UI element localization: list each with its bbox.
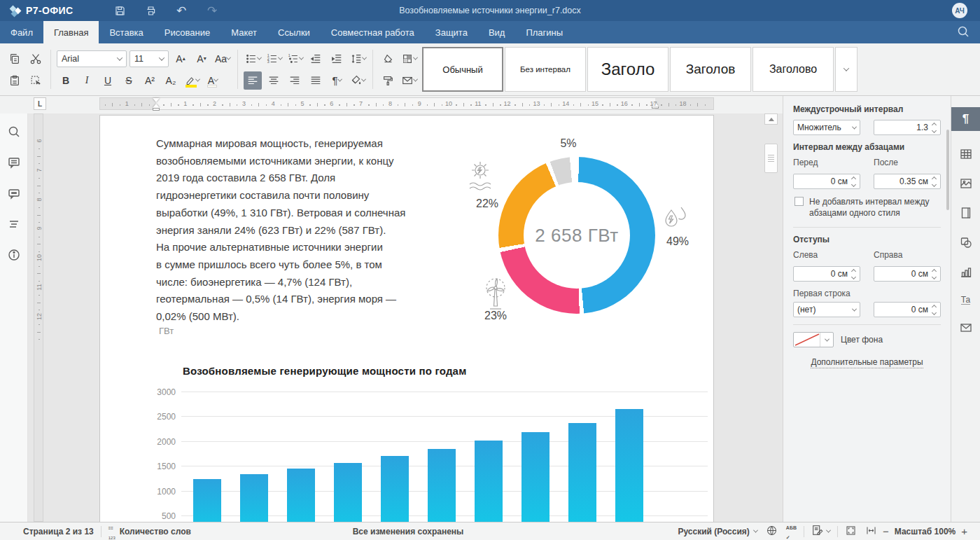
font-size-select[interactable]: 11	[130, 50, 169, 67]
line-spacing-type-select[interactable]: Множитель	[793, 120, 860, 135]
headings-navigation-icon[interactable]	[7, 217, 21, 231]
document-language-icon[interactable]	[766, 525, 778, 539]
style-card-1[interactable]: Без интервал	[505, 47, 586, 92]
first-line-indent-marker[interactable]	[153, 98, 160, 102]
zoom-in-button[interactable]: +	[955, 525, 973, 537]
multilevel-list-button[interactable]: 1	[286, 50, 304, 68]
justify-button[interactable]	[307, 71, 325, 90]
fit-width-icon[interactable]	[865, 525, 877, 539]
copy-button[interactable]	[6, 50, 24, 68]
search-icon[interactable]	[956, 25, 972, 40]
fit-page-icon[interactable]	[845, 525, 857, 539]
subscript-button[interactable]: A₂	[162, 71, 180, 90]
advanced-settings-link[interactable]: Дополнительные параметры	[793, 357, 941, 367]
italic-button[interactable]: I	[78, 71, 96, 90]
scrollbar-thumb[interactable]	[764, 144, 778, 173]
increase-indent-button[interactable]	[328, 50, 346, 68]
spacing-after-spinner[interactable]: 0.35 см	[874, 174, 941, 189]
strikeout-button[interactable]: S	[120, 71, 138, 90]
image-settings-icon[interactable]	[951, 172, 980, 195]
tab-8[interactable]: Вид	[478, 21, 516, 43]
underline-button[interactable]: U	[99, 71, 117, 90]
left-indent-box-marker[interactable]	[153, 108, 160, 111]
tab-1[interactable]: Главная	[43, 21, 99, 43]
highlight-color-button[interactable]	[183, 71, 201, 90]
tab-2[interactable]: Вставка	[99, 21, 153, 43]
panel-scrollbar-thumb[interactable]	[946, 130, 949, 210]
bold-button[interactable]: B	[57, 71, 75, 90]
spacing-before-spinner[interactable]: 0 см	[793, 174, 860, 189]
style-card-0[interactable]: Обычный	[422, 47, 503, 92]
line-spacing-button[interactable]	[349, 50, 367, 68]
avatar[interactable]: АЧ	[952, 3, 967, 18]
textart-settings-icon[interactable]: Та	[951, 288, 980, 312]
align-right-button[interactable]	[286, 71, 304, 90]
bullet-list-button[interactable]	[244, 50, 262, 68]
word-count-button[interactable]: ≡≡123 Количество слов	[108, 522, 191, 540]
mailmerge-button[interactable]	[400, 71, 418, 90]
comments-icon[interactable]	[7, 155, 21, 169]
table-shading-button[interactable]	[400, 50, 418, 68]
font-name-select[interactable]: Arial	[57, 50, 127, 67]
style-card-3[interactable]: Заголов	[670, 47, 751, 92]
chat-icon[interactable]	[7, 186, 21, 200]
style-card-4[interactable]: Заголово	[752, 47, 834, 92]
first-line-type-select[interactable]: (нет)	[793, 302, 860, 317]
paragraph-shading-button[interactable]	[349, 71, 367, 90]
indent-left-spinner[interactable]: 0 см	[793, 266, 860, 282]
document-scrollbar[interactable]	[764, 113, 778, 522]
vertical-ruler[interactable]: 6789101112	[34, 113, 43, 522]
clear-style-button[interactable]	[379, 50, 397, 68]
indent-right-spinner[interactable]: 0 см	[874, 266, 941, 282]
save-icon[interactable]	[112, 3, 127, 18]
tab-4[interactable]: Макет	[220, 21, 267, 43]
increase-font-button[interactable]: A▴	[172, 50, 190, 68]
horizontal-ruler[interactable]: 1234567891011121314151617181	[99, 97, 714, 110]
decrease-indent-button[interactable]	[307, 50, 325, 68]
paste-button[interactable]	[6, 71, 24, 90]
align-left-button[interactable]	[244, 71, 262, 90]
tab-5[interactable]: Ссылки	[267, 21, 321, 43]
decrease-font-button[interactable]: A▾	[192, 50, 211, 68]
tab-6[interactable]: Совместная работа	[321, 21, 425, 43]
scroll-up-button[interactable]	[764, 113, 778, 125]
copy-style-button[interactable]	[379, 71, 397, 90]
spellcheck-icon[interactable]: АБВ✓	[786, 522, 797, 540]
redo-icon[interactable]: ↷	[204, 3, 220, 18]
find-icon[interactable]	[7, 125, 21, 139]
line-spacing-value-spinner[interactable]: 1.3	[874, 120, 941, 135]
print-icon[interactable]	[143, 3, 158, 18]
numbered-list-button[interactable]: 123	[265, 50, 283, 68]
cut-icon[interactable]	[27, 50, 45, 68]
undo-icon[interactable]: ↶	[174, 3, 189, 18]
tab-9[interactable]: Плагины	[515, 21, 573, 43]
nonprinting-chars-button[interactable]: ¶	[328, 71, 346, 90]
chart-settings-icon[interactable]	[951, 260, 980, 284]
superscript-button[interactable]: A²	[141, 71, 159, 90]
tab-7[interactable]: Защита	[425, 21, 478, 43]
document-page[interactable]: Суммарная мировая мощность, генерируемая…	[99, 115, 714, 522]
change-case-button[interactable]: Aa	[214, 50, 232, 68]
style-card-2[interactable]: Заголо	[587, 47, 668, 92]
font-color-button[interactable]: A	[204, 71, 222, 90]
language-select[interactable]: Русский (Россия)	[678, 527, 757, 536]
shape-settings-icon[interactable]	[951, 230, 980, 254]
mailmerge-settings-icon[interactable]	[951, 316, 980, 340]
select-all-icon[interactable]	[27, 71, 45, 90]
headerfooter-settings-icon[interactable]	[951, 201, 980, 225]
document-area[interactable]: 6789101112 Суммарная мировая мощность, г…	[28, 113, 783, 522]
table-settings-icon[interactable]	[951, 142, 980, 166]
bar-chart[interactable]: 30002500200015001000500	[100, 116, 714, 522]
tab-3[interactable]: Рисование	[154, 21, 220, 43]
about-icon[interactable]	[7, 248, 21, 262]
no-interval-checkbox[interactable]	[794, 197, 804, 206]
track-changes-icon[interactable]	[811, 524, 824, 539]
tab-stop-selector[interactable]: L	[34, 97, 46, 110]
tab-0[interactable]: Файл	[0, 21, 43, 43]
zoom-out-button[interactable]: −	[877, 525, 895, 537]
page-indicator[interactable]: Страница 2 из 13	[23, 527, 94, 536]
align-center-button[interactable]	[265, 71, 283, 90]
paragraph-settings-icon[interactable]: ¶	[951, 107, 980, 131]
first-line-value-spinner[interactable]: 0 см	[874, 302, 941, 317]
background-color-button[interactable]	[793, 332, 834, 347]
